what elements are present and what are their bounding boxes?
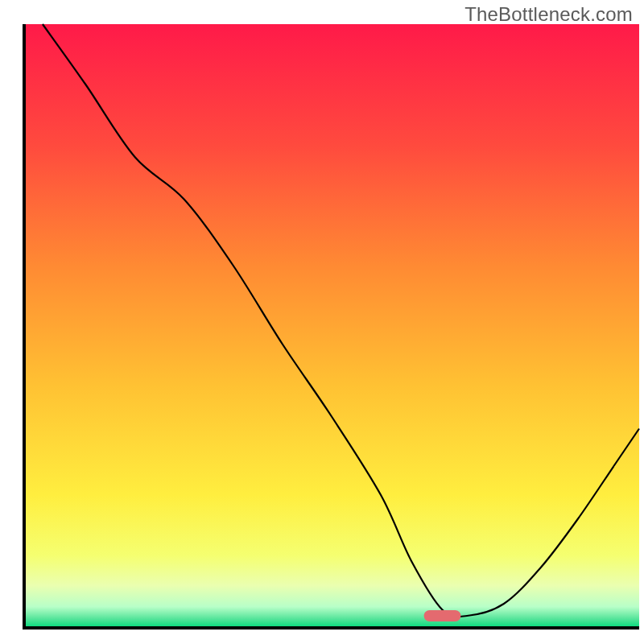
bottleneck-chart bbox=[0, 0, 644, 644]
chart-background bbox=[24, 24, 639, 628]
chart-frame: TheBottleneck.com bbox=[0, 0, 644, 644]
optimum-marker bbox=[424, 610, 461, 621]
